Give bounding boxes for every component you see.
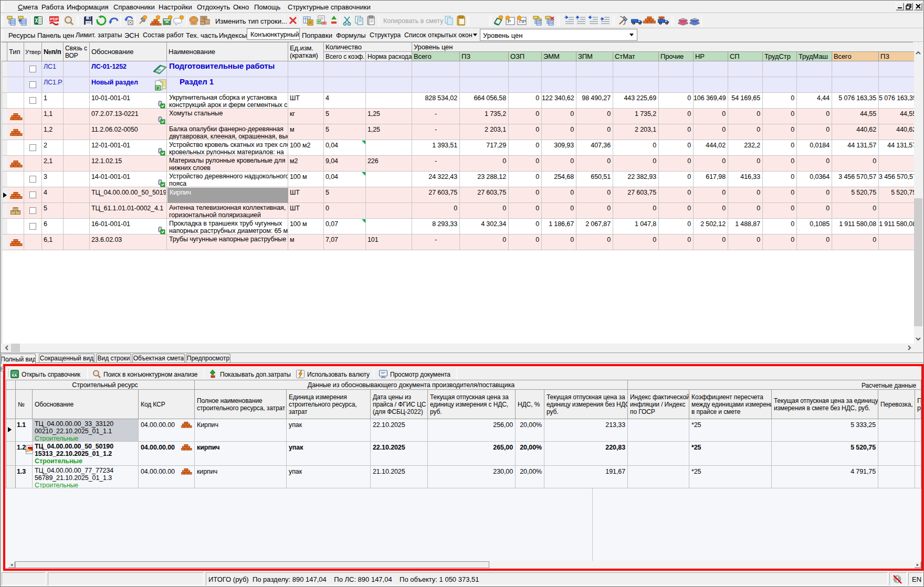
svg-text:PDF: PDF: [50, 17, 59, 22]
svg-text:P: P: [157, 87, 160, 90]
svg-text:КА: КА: [12, 373, 18, 378]
